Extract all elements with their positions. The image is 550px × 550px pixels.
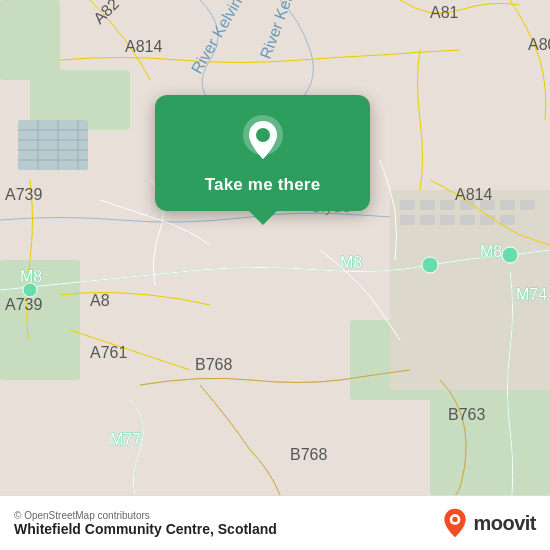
svg-rect-22 xyxy=(400,215,415,225)
svg-rect-4 xyxy=(0,0,60,80)
svg-text:A814: A814 xyxy=(125,38,162,55)
svg-point-54 xyxy=(453,517,458,522)
svg-point-48 xyxy=(422,257,438,273)
svg-text:A739: A739 xyxy=(5,186,42,203)
svg-rect-21 xyxy=(520,200,535,210)
svg-text:A804: A804 xyxy=(528,36,550,53)
bottom-bar: © OpenStreetMap contributors Whitefield … xyxy=(0,495,550,550)
map-svg: A82 A81 A804 A814 A739 A739 M8 M8 M8 A8 … xyxy=(0,0,550,495)
map-container: A82 A81 A804 A814 A739 A739 M8 M8 M8 A8 … xyxy=(0,0,550,495)
svg-rect-23 xyxy=(420,215,435,225)
location-info: © OpenStreetMap contributors Whitefield … xyxy=(14,510,277,537)
svg-text:B768: B768 xyxy=(195,356,232,373)
popup-card[interactable]: Take me there xyxy=(155,95,370,211)
svg-text:M8: M8 xyxy=(20,268,42,285)
svg-text:A8: A8 xyxy=(90,292,110,309)
svg-rect-16 xyxy=(420,200,435,210)
svg-text:B768: B768 xyxy=(290,446,327,463)
svg-rect-15 xyxy=(400,200,415,210)
moovit-logo: moovit xyxy=(441,507,536,539)
svg-text:A814: A814 xyxy=(455,186,492,203)
svg-text:B763: B763 xyxy=(448,406,485,423)
svg-text:M74: M74 xyxy=(516,286,547,303)
svg-point-50 xyxy=(23,283,37,297)
location-pin-icon xyxy=(237,113,289,165)
svg-text:A761: A761 xyxy=(90,344,127,361)
svg-rect-27 xyxy=(500,215,515,225)
svg-text:M8: M8 xyxy=(480,243,502,260)
take-me-there-button[interactable]: Take me there xyxy=(205,175,321,195)
svg-point-52 xyxy=(256,128,270,142)
moovit-pin-icon xyxy=(441,507,469,539)
svg-rect-26 xyxy=(480,215,495,225)
svg-rect-20 xyxy=(500,200,515,210)
svg-rect-17 xyxy=(440,200,455,210)
svg-point-49 xyxy=(502,247,518,263)
svg-rect-24 xyxy=(440,215,455,225)
attribution-text: © OpenStreetMap contributors xyxy=(14,510,277,521)
moovit-brand-text: moovit xyxy=(473,512,536,535)
svg-text:M77: M77 xyxy=(110,431,141,448)
svg-text:A81: A81 xyxy=(430,4,459,21)
svg-text:A739: A739 xyxy=(5,296,42,313)
svg-rect-25 xyxy=(460,215,475,225)
location-name: Whitefield Community Centre, Scotland xyxy=(14,521,277,537)
